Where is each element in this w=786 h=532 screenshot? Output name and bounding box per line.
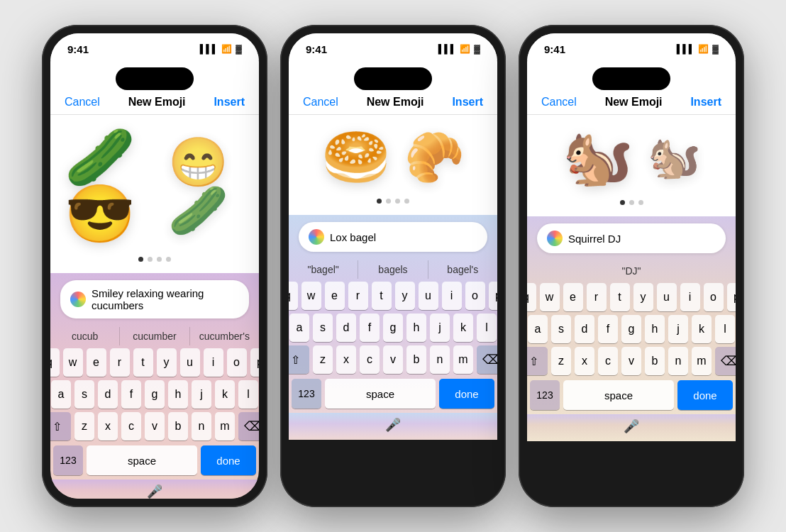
autocomplete-2-2[interactable]: bagels xyxy=(358,260,428,279)
key-z-3[interactable]: z xyxy=(551,347,571,375)
key-v[interactable]: v xyxy=(145,412,165,440)
key-k-3[interactable]: k xyxy=(692,315,712,343)
key-u[interactable]: u xyxy=(180,348,200,377)
key-m-2[interactable]: m xyxy=(453,345,473,374)
key-d-2[interactable]: d xyxy=(336,314,356,342)
key-s[interactable]: s xyxy=(74,380,94,409)
key-d-3[interactable]: d xyxy=(575,315,594,343)
key-t[interactable]: t xyxy=(133,348,153,377)
cancel-button-1[interactable]: Cancel xyxy=(65,96,100,109)
autocomplete-3-1[interactable]: "DJ" xyxy=(527,262,736,280)
key-s-2[interactable]: s xyxy=(313,314,333,342)
key-m[interactable]: m xyxy=(215,412,235,440)
key-c-2[interactable]: c xyxy=(360,345,380,374)
key-p[interactable]: p xyxy=(250,348,260,377)
key-x-3[interactable]: x xyxy=(575,347,594,375)
key-space-1[interactable]: space xyxy=(87,445,197,475)
autocomplete-2-1[interactable]: "bagel" xyxy=(289,260,358,279)
key-e[interactable]: e xyxy=(87,348,106,377)
prompt-input-2[interactable]: Lox bagel xyxy=(299,222,487,252)
key-123-3[interactable]: 123 xyxy=(530,380,560,410)
key-shift-3[interactable]: ⇧ xyxy=(527,347,548,375)
key-f[interactable]: f xyxy=(121,380,141,409)
key-h-3[interactable]: h xyxy=(645,315,665,343)
key-done-2[interactable]: done xyxy=(439,379,494,409)
key-q-3[interactable]: q xyxy=(527,283,536,311)
key-123-1[interactable]: 123 xyxy=(53,445,83,475)
key-c-3[interactable]: c xyxy=(598,347,618,375)
key-j-3[interactable]: j xyxy=(668,315,688,343)
key-o[interactable]: o xyxy=(227,348,247,377)
key-n-3[interactable]: n xyxy=(668,347,688,375)
key-space-3[interactable]: space xyxy=(563,380,674,410)
key-h[interactable]: h xyxy=(168,380,188,409)
key-g-2[interactable]: g xyxy=(383,314,403,342)
key-shift-2[interactable]: ⇧ xyxy=(289,345,309,374)
key-e-2[interactable]: e xyxy=(325,282,345,310)
key-done-1[interactable]: done xyxy=(201,445,256,475)
key-123-2[interactable]: 123 xyxy=(292,379,321,409)
key-a-2[interactable]: a xyxy=(289,314,309,342)
key-a[interactable]: a xyxy=(51,380,71,409)
autocomplete-1-2[interactable]: cucumber xyxy=(120,327,189,345)
cancel-button-2[interactable]: Cancel xyxy=(303,96,338,109)
key-f-2[interactable]: f xyxy=(360,314,380,342)
key-w-2[interactable]: w xyxy=(301,282,321,310)
key-j-2[interactable]: j xyxy=(430,314,450,342)
key-b[interactable]: b xyxy=(168,412,188,440)
key-h-2[interactable]: h xyxy=(406,314,426,342)
key-l-3[interactable]: l xyxy=(715,315,735,343)
key-v-3[interactable]: v xyxy=(621,347,641,375)
insert-button-3[interactable]: Insert xyxy=(690,96,721,109)
autocomplete-1-1[interactable]: cucub xyxy=(50,327,120,345)
key-i[interactable]: i xyxy=(204,348,223,377)
cancel-button-3[interactable]: Cancel xyxy=(541,96,577,109)
key-u-2[interactable]: u xyxy=(419,282,438,310)
key-r-3[interactable]: r xyxy=(587,283,607,311)
key-n[interactable]: n xyxy=(192,412,211,440)
key-p-3[interactable]: p xyxy=(727,283,736,311)
key-l[interactable]: l xyxy=(238,380,258,409)
key-l-2[interactable]: l xyxy=(477,314,497,342)
key-i-3[interactable]: i xyxy=(680,283,700,311)
key-y-2[interactable]: y xyxy=(395,282,415,310)
key-o-2[interactable]: o xyxy=(465,282,485,310)
key-shift[interactable]: ⇧ xyxy=(50,412,71,440)
key-delete[interactable]: ⌫ xyxy=(238,412,259,440)
key-c[interactable]: c xyxy=(121,412,141,440)
key-k[interactable]: k xyxy=(215,380,235,409)
prompt-input-1[interactable]: Smiley relaxing wearing cucumbers xyxy=(60,280,249,318)
key-j[interactable]: j xyxy=(192,380,211,409)
key-r[interactable]: r xyxy=(110,348,130,377)
key-y-3[interactable]: y xyxy=(633,283,653,311)
key-f-3[interactable]: f xyxy=(598,315,618,343)
key-r-2[interactable]: r xyxy=(348,282,368,310)
key-w[interactable]: w xyxy=(63,348,83,377)
key-b-3[interactable]: b xyxy=(645,347,665,375)
key-i-2[interactable]: i xyxy=(442,282,462,310)
key-y[interactable]: y xyxy=(157,348,177,377)
key-t-2[interactable]: t xyxy=(372,282,392,310)
key-q-2[interactable]: q xyxy=(289,282,298,310)
key-n-2[interactable]: n xyxy=(430,345,450,374)
key-o-3[interactable]: o xyxy=(704,283,724,311)
key-m-3[interactable]: m xyxy=(692,347,712,375)
key-delete-3[interactable]: ⌫ xyxy=(715,347,736,375)
key-delete-2[interactable]: ⌫ xyxy=(477,345,497,374)
key-q[interactable]: q xyxy=(50,348,60,377)
key-u-3[interactable]: u xyxy=(657,283,677,311)
autocomplete-1-3[interactable]: cucumber's xyxy=(190,327,259,345)
key-x[interactable]: x xyxy=(98,412,118,440)
key-g-3[interactable]: g xyxy=(621,315,641,343)
key-p-2[interactable]: p xyxy=(489,282,498,310)
insert-button-2[interactable]: Insert xyxy=(452,96,483,109)
key-w-3[interactable]: w xyxy=(540,283,560,311)
key-space-2[interactable]: space xyxy=(325,379,436,409)
key-b-2[interactable]: b xyxy=(406,345,426,374)
key-k-2[interactable]: k xyxy=(453,314,473,342)
prompt-input-3[interactable]: Squirrel DJ xyxy=(537,223,726,253)
key-x-2[interactable]: x xyxy=(336,345,356,374)
key-a-3[interactable]: a xyxy=(528,315,548,343)
key-d[interactable]: d xyxy=(98,380,118,409)
key-g[interactable]: g xyxy=(145,380,165,409)
